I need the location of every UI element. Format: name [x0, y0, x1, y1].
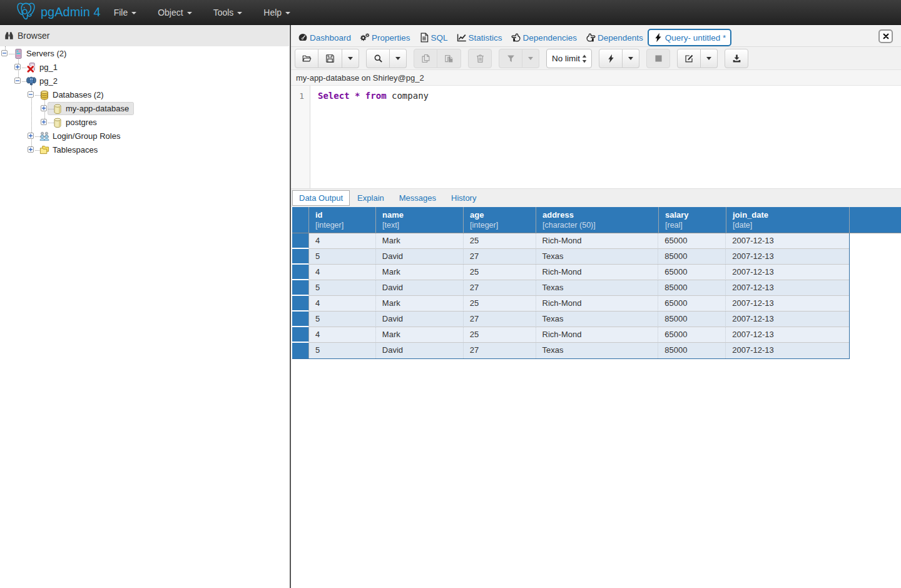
- cell-join_date[interactable]: 2007-12-13: [726, 343, 849, 358]
- cell-id[interactable]: 4: [309, 296, 376, 312]
- cell-age[interactable]: 27: [464, 343, 536, 358]
- tree-item-pg-1[interactable]: pg_1: [39, 61, 58, 74]
- column-header-join_date[interactable]: join_date[date]: [726, 207, 850, 233]
- find-button[interactable]: [366, 49, 390, 68]
- sql-editor[interactable]: 1 Select * from company: [291, 86, 901, 188]
- output-tab-history[interactable]: History: [444, 191, 484, 205]
- download-button[interactable]: [725, 49, 748, 68]
- cell-id[interactable]: 4: [309, 327, 376, 343]
- tree-expand-icon[interactable]: [28, 146, 34, 153]
- brand[interactable]: pgAdmin 4: [16, 2, 101, 23]
- row-header-cell[interactable]: [292, 280, 309, 296]
- column-header-id[interactable]: id[integer]: [309, 207, 376, 233]
- cell-salary[interactable]: 85000: [658, 312, 726, 327]
- tab-statistics[interactable]: Statistics: [452, 29, 507, 46]
- cell-name[interactable]: Mark: [376, 327, 464, 343]
- column-header-age[interactable]: age[integer]: [464, 207, 536, 233]
- cell-salary[interactable]: 85000: [658, 249, 726, 265]
- column-header-address[interactable]: address[character (50)]: [536, 207, 659, 233]
- tree-item-servers-2-[interactable]: Servers (2): [26, 47, 66, 60]
- row-header-cell[interactable]: [292, 312, 309, 327]
- tree-expand-icon[interactable]: [14, 64, 21, 70]
- tree-collapse-icon[interactable]: [1, 50, 8, 56]
- column-header-name[interactable]: name[text]: [376, 207, 464, 233]
- tree-expand-icon[interactable]: [41, 119, 47, 125]
- save-menu-button[interactable]: [342, 49, 359, 68]
- cell-age[interactable]: 27: [464, 249, 536, 265]
- row-header-cell[interactable]: [292, 296, 309, 312]
- tree-expand-icon[interactable]: [28, 133, 34, 139]
- cell-join_date[interactable]: 2007-12-13: [726, 249, 849, 265]
- menu-tools[interactable]: Tools: [203, 0, 253, 25]
- execute-button[interactable]: [599, 49, 623, 68]
- cell-name[interactable]: Mark: [376, 296, 464, 312]
- cell-join_date[interactable]: 2007-12-13: [726, 296, 849, 312]
- tree-collapse-icon[interactable]: [14, 78, 21, 84]
- cell-address[interactable]: Texas: [536, 249, 659, 265]
- edit-menu-button[interactable]: [701, 49, 718, 68]
- column-header-salary[interactable]: salary[real]: [659, 207, 726, 233]
- open-file-button[interactable]: [295, 49, 318, 68]
- tree-item-tablespaces[interactable]: Tablespaces: [53, 143, 98, 156]
- row-header-cell[interactable]: [292, 233, 309, 249]
- row-header-cell[interactable]: [292, 265, 309, 280]
- cell-address[interactable]: Rich-Mond: [536, 327, 659, 343]
- tree-expand-icon[interactable]: [41, 105, 47, 111]
- cell-salary[interactable]: 65000: [658, 296, 726, 312]
- tab-properties[interactable]: Properties: [355, 29, 415, 46]
- tree-item-login-group-roles[interactable]: Login/Group Roles: [53, 129, 120, 143]
- menu-help[interactable]: Help: [253, 0, 301, 25]
- tab-dependents[interactable]: Dependents: [581, 29, 648, 46]
- cell-age[interactable]: 27: [464, 280, 536, 296]
- cell-id[interactable]: 5: [309, 249, 376, 265]
- grid-corner-cell[interactable]: [292, 207, 309, 233]
- output-tab-messages[interactable]: Messages: [392, 191, 444, 205]
- tree-collapse-icon[interactable]: [28, 91, 34, 98]
- cell-age[interactable]: 25: [464, 233, 536, 249]
- cell-join_date[interactable]: 2007-12-13: [726, 327, 849, 343]
- cell-address[interactable]: Texas: [536, 280, 659, 296]
- cell-name[interactable]: David: [376, 249, 464, 265]
- cell-name[interactable]: David: [376, 280, 464, 296]
- cell-address[interactable]: Rich-Mond: [536, 296, 659, 312]
- cell-join_date[interactable]: 2007-12-13: [726, 265, 849, 280]
- row-header-cell[interactable]: [292, 249, 309, 265]
- cell-age[interactable]: 25: [464, 296, 536, 312]
- tab-dashboard[interactable]: Dashboard: [293, 29, 355, 46]
- menu-file[interactable]: File: [103, 0, 148, 25]
- edit-button[interactable]: [677, 49, 701, 68]
- cell-salary[interactable]: 65000: [658, 265, 726, 280]
- cell-salary[interactable]: 85000: [658, 280, 726, 296]
- cell-salary[interactable]: 65000: [658, 233, 726, 249]
- tree-item-my-app-database[interactable]: my-app-database: [66, 102, 129, 115]
- tab-sql[interactable]: SQL: [415, 29, 452, 46]
- cell-join_date[interactable]: 2007-12-13: [726, 312, 849, 327]
- cell-address[interactable]: Rich-Mond: [536, 233, 659, 249]
- cell-join_date[interactable]: 2007-12-13: [726, 280, 849, 296]
- cell-name[interactable]: Mark: [376, 265, 464, 280]
- save-button[interactable]: [318, 49, 342, 68]
- cell-id[interactable]: 5: [309, 280, 376, 296]
- cell-join_date[interactable]: 2007-12-13: [726, 233, 849, 249]
- output-tab-data-output[interactable]: Data Output: [292, 190, 350, 206]
- close-tab-button[interactable]: [878, 29, 893, 43]
- cell-address[interactable]: Texas: [536, 312, 659, 327]
- row-header-cell[interactable]: [292, 327, 309, 343]
- tree-item-postgres[interactable]: postgres: [66, 116, 97, 129]
- cell-salary[interactable]: 85000: [658, 343, 726, 358]
- tab-dependencies[interactable]: Dependencies: [507, 29, 581, 46]
- tree-item-pg-2[interactable]: pg_2: [39, 74, 58, 88]
- cell-id[interactable]: 5: [309, 343, 376, 358]
- cell-name[interactable]: Mark: [376, 233, 464, 249]
- tree-item-databases-2-[interactable]: Databases (2): [53, 88, 104, 101]
- output-tab-explain[interactable]: Explain: [350, 191, 392, 205]
- row-limit-select[interactable]: No limit: [546, 49, 592, 68]
- cell-age[interactable]: 25: [464, 265, 536, 280]
- cell-name[interactable]: David: [376, 343, 464, 358]
- row-header-cell[interactable]: [292, 343, 309, 358]
- cell-age[interactable]: 25: [464, 327, 536, 343]
- cell-id[interactable]: 5: [309, 312, 376, 327]
- menu-object[interactable]: Object: [147, 0, 202, 25]
- cell-id[interactable]: 4: [309, 233, 376, 249]
- cell-address[interactable]: Rich-Mond: [536, 265, 659, 280]
